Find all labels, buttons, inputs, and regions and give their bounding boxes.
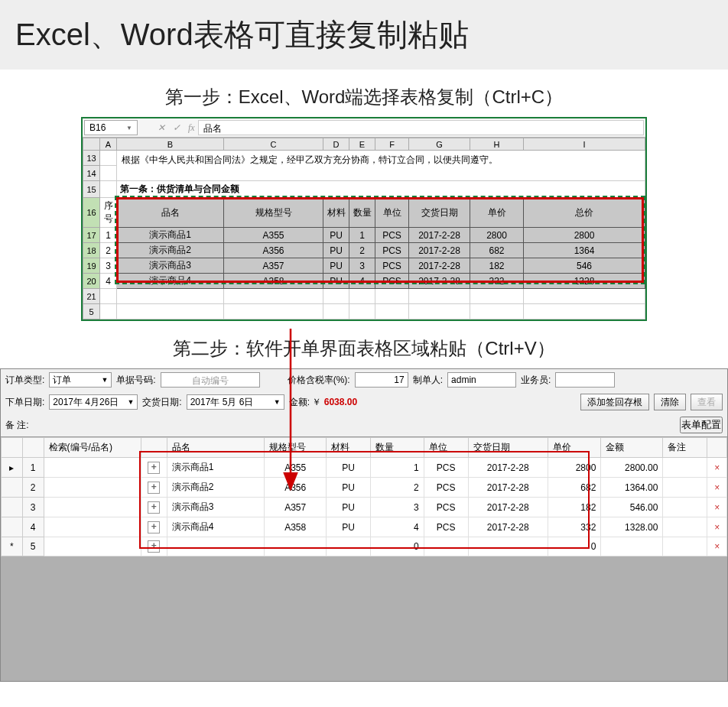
grid-data-row[interactable]: ▸1+演示商品1A355PU1PCS2017-2-2828002800.00× bbox=[2, 458, 727, 478]
notes-label: 备 注: bbox=[5, 419, 29, 432]
delete-row-button[interactable]: × bbox=[707, 537, 727, 556]
add-row-button[interactable]: + bbox=[148, 462, 160, 474]
excel-data-row[interactable]: 193演示商品3A357PU3PCS2017-2-28182546 bbox=[83, 258, 645, 274]
excel-window: B16▼ ✕ ✓ fx 品名 A B C D E F G H I 13 根据《中… bbox=[81, 117, 647, 321]
excel-data-row[interactable]: 182演示商品2A356PU2PCS2017-2-286821364 bbox=[83, 243, 645, 258]
salesman-label: 业务员: bbox=[521, 374, 551, 387]
tax-rate-input[interactable]: 17 bbox=[355, 372, 408, 388]
app-window: 订单类型: 订单▼ 单据号码: 自动编号 价格含税率(%): 17 制单人: a… bbox=[0, 368, 728, 682]
deliver-date-label: 交货日期: bbox=[142, 396, 181, 409]
step1-label: 第一步：Excel、Word端选择表格复制（Ctrl+C） bbox=[0, 85, 728, 109]
datagrid-area: 检索(编号/品名) 品名 规格型号 材料 数量 单位 交货日期 单价 金额 备注… bbox=[1, 436, 727, 681]
add-sign-button[interactable]: 添加签回存根 bbox=[580, 394, 649, 410]
salesman-input[interactable] bbox=[555, 372, 615, 388]
order-type-select[interactable]: 订单▼ bbox=[49, 372, 112, 388]
delete-row-button[interactable]: × bbox=[707, 458, 727, 478]
maker-label: 制单人: bbox=[413, 374, 443, 387]
amount-label: 金额: ￥ 6038.00 bbox=[289, 396, 357, 409]
order-date-label: 下单日期: bbox=[5, 396, 44, 409]
grid-data-row[interactable]: 4+演示商品4A358PU4PCS2017-2-283321328.00× bbox=[2, 517, 727, 537]
order-date-picker[interactable]: 2017年 4月26日▼ bbox=[49, 394, 138, 410]
delete-row-button[interactable]: × bbox=[707, 517, 727, 537]
add-row-button[interactable]: + bbox=[148, 482, 160, 494]
view-button[interactable]: 查看 bbox=[691, 394, 723, 410]
summary-row: * 5 + 0 0 × bbox=[2, 537, 727, 556]
cell-reference-box[interactable]: B16▼ bbox=[84, 120, 138, 135]
deliver-date-picker[interactable]: 2017年 5月 6日▼ bbox=[187, 394, 284, 410]
form-config-button[interactable]: 表单配置 bbox=[680, 417, 723, 433]
toolbar-row2: 下单日期: 2017年 4月26日▼ 交货日期: 2017年 5月 6日▼ 金额… bbox=[1, 391, 727, 413]
maker-input[interactable]: admin bbox=[447, 372, 516, 388]
excel-data-row[interactable]: 204演示商品4A358PU4PCS2017-2-283321328 bbox=[83, 274, 645, 289]
tax-rate-label: 价格含税率(%): bbox=[288, 374, 350, 387]
add-row-button[interactable]: + bbox=[148, 501, 160, 514]
doc-no-label: 单据号码: bbox=[116, 374, 155, 387]
banner-title: Excel、Word表格可直接复制粘贴 bbox=[0, 0, 728, 70]
delete-row-button[interactable]: × bbox=[707, 478, 727, 498]
step2-label: 第二步：软件开单界面表格区域粘贴（Ctrl+V） bbox=[0, 336, 728, 361]
formula-content[interactable]: 品名 bbox=[198, 120, 644, 135]
add-row-button[interactable]: + bbox=[148, 540, 160, 553]
add-row-button[interactable]: + bbox=[148, 521, 160, 533]
toolbar-row1: 订单类型: 订单▼ 单据号码: 自动编号 价格含税率(%): 17 制单人: a… bbox=[1, 369, 727, 391]
datagrid[interactable]: 检索(编号/品名) 品名 规格型号 材料 数量 单位 交货日期 单价 金额 备注… bbox=[1, 437, 727, 556]
cancel-icon[interactable]: ✕ bbox=[158, 122, 165, 134]
excel-grid[interactable]: A B C D E F G H I 13 根据《中华人民共和国合同法》之规定，经… bbox=[83, 138, 645, 319]
delete-row-button[interactable]: × bbox=[707, 498, 727, 517]
clear-button[interactable]: 清除 bbox=[654, 394, 686, 410]
order-type-label: 订单类型: bbox=[5, 374, 44, 387]
check-icon[interactable]: ✓ bbox=[173, 122, 180, 134]
formula-icons: ✕ ✓ fx bbox=[158, 122, 195, 134]
grid-data-row[interactable]: 3+演示商品3A357PU3PCS2017-2-28182546.00× bbox=[2, 498, 727, 517]
doc-no-input[interactable]: 自动编号 bbox=[161, 372, 260, 388]
fx-icon[interactable]: fx bbox=[188, 122, 195, 134]
notes-row: 备 注: 表单配置 bbox=[1, 413, 727, 436]
excel-data-row[interactable]: 171演示商品1A355PU1PCS2017-2-2828002800 bbox=[83, 228, 645, 243]
grid-data-row[interactable]: 2+演示商品2A356PU2PCS2017-2-286821364.00× bbox=[2, 478, 727, 498]
